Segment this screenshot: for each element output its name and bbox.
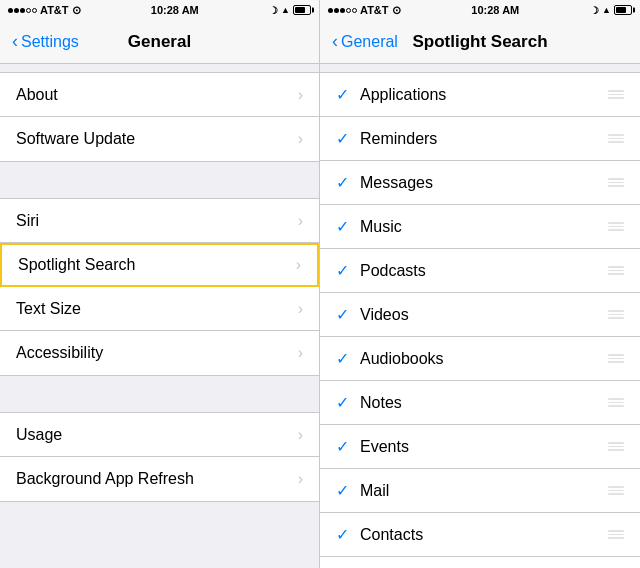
spotlight-label-podcasts: Podcasts <box>360 262 608 280</box>
checkmark-notes: ✓ <box>336 393 360 412</box>
reorder-icon-contacts[interactable] <box>608 530 624 539</box>
spotlight-row-applications[interactable]: ✓Applications <box>320 73 640 117</box>
spotlight-row-music[interactable]: ✓Music <box>320 205 640 249</box>
checkmark-mail: ✓ <box>336 481 360 500</box>
reorder-icon-notes[interactable] <box>608 398 624 407</box>
right-location-icon: ▲ <box>602 5 611 15</box>
right-signal-dot-1 <box>328 8 333 13</box>
spotlight-row-notes[interactable]: ✓Notes <box>320 381 640 425</box>
reorder-icon-events[interactable] <box>608 442 624 451</box>
reorder-line <box>608 398 624 400</box>
reorder-line <box>608 493 624 495</box>
reorder-line <box>608 229 624 231</box>
checkmark-contacts: ✓ <box>336 525 360 544</box>
spotlight-row-messages[interactable]: ✓Messages <box>320 161 640 205</box>
settings-row-accessibility[interactable]: Accessibility › <box>0 331 319 375</box>
spotlight-row-contacts[interactable]: ✓Contacts <box>320 513 640 557</box>
accessibility-label: Accessibility <box>16 344 298 362</box>
back-chevron-icon: ‹ <box>12 31 18 52</box>
right-back-label: General <box>341 33 398 51</box>
reorder-line <box>608 446 624 448</box>
moon-icon: ☽ <box>269 5 278 16</box>
signal-dot-5 <box>32 8 37 13</box>
about-label: About <box>16 86 298 104</box>
right-right-status: ☽ ▲ <box>590 5 632 16</box>
spotlight-chevron-icon: › <box>296 256 301 274</box>
spotlight-row-mail[interactable]: ✓Mail <box>320 469 640 513</box>
text-size-label: Text Size <box>16 300 298 318</box>
software-update-chevron-icon: › <box>298 130 303 148</box>
text-size-chevron-icon: › <box>298 300 303 318</box>
location-icon: ▲ <box>281 5 290 15</box>
reorder-line <box>608 138 624 140</box>
left-back-button[interactable]: ‹ Settings <box>12 31 79 52</box>
settings-row-siri[interactable]: Siri › <box>0 199 319 243</box>
reorder-line <box>608 182 624 184</box>
reorder-line <box>608 185 624 187</box>
right-nav-title: Spotlight Search <box>412 32 547 52</box>
settings-row-usage[interactable]: Usage › <box>0 413 319 457</box>
right-nav-bar: ‹ General Spotlight Search <box>320 20 640 64</box>
reorder-line <box>608 178 624 180</box>
reorder-line <box>608 310 624 312</box>
reorder-icon-music[interactable] <box>608 222 624 231</box>
settings-row-background-app-refresh[interactable]: Background App Refresh › <box>0 457 319 501</box>
spotlight-row-reminders[interactable]: ✓Reminders <box>320 117 640 161</box>
left-carrier-signal: AT&T ⊙ <box>8 4 81 17</box>
right-wifi-icon: ⊙ <box>392 4 401 17</box>
spotlight-row-voice-memos[interactable]: ✓Voice Memos <box>320 557 640 568</box>
checkmark-reminders: ✓ <box>336 129 360 148</box>
settings-row-about[interactable]: About › <box>0 73 319 117</box>
spotlight-row-podcasts[interactable]: ✓Podcasts <box>320 249 640 293</box>
siri-label: Siri <box>16 212 298 230</box>
settings-group-3: Usage › Background App Refresh › <box>0 412 319 502</box>
right-signal-dots <box>328 8 357 13</box>
reorder-line <box>608 226 624 228</box>
spotlight-row-events[interactable]: ✓Events <box>320 425 640 469</box>
reorder-line <box>608 266 624 268</box>
right-carrier-label: AT&T <box>360 4 389 16</box>
settings-row-software-update[interactable]: Software Update › <box>0 117 319 161</box>
accessibility-chevron-icon: › <box>298 344 303 362</box>
right-time: 10:28 AM <box>471 4 519 16</box>
battery-icon <box>293 5 311 15</box>
reorder-icon-audiobooks[interactable] <box>608 354 624 363</box>
top-spacer <box>0 64 319 72</box>
spotlight-row-audiobooks[interactable]: ✓Audiobooks <box>320 337 640 381</box>
spotlight-label-videos: Videos <box>360 306 608 324</box>
reorder-line <box>608 361 624 363</box>
spotlight-label-contacts: Contacts <box>360 526 608 544</box>
right-battery-fill <box>616 7 626 13</box>
spotlight-label-mail: Mail <box>360 482 608 500</box>
signal-dot-3 <box>20 8 25 13</box>
checkmark-audiobooks: ✓ <box>336 349 360 368</box>
reorder-icon-messages[interactable] <box>608 178 624 187</box>
left-nav-title: General <box>128 32 191 52</box>
reorder-icon-videos[interactable] <box>608 310 624 319</box>
settings-group-1: About › Software Update › <box>0 72 319 162</box>
reorder-icon-applications[interactable] <box>608 90 624 99</box>
left-time: 10:28 AM <box>151 4 199 16</box>
settings-row-spotlight-search[interactable]: Spotlight Search › <box>0 243 319 287</box>
left-carrier-label: AT&T <box>40 4 69 16</box>
reorder-line <box>608 358 624 360</box>
section-separator-2 <box>0 376 319 412</box>
left-panel: AT&T ⊙ 10:28 AM ☽ ▲ ‹ Settings General A… <box>0 0 320 568</box>
reorder-icon-reminders[interactable] <box>608 134 624 143</box>
checkmark-events: ✓ <box>336 437 360 456</box>
reorder-line <box>608 530 624 532</box>
right-back-button[interactable]: ‹ General <box>332 31 398 52</box>
settings-row-text-size[interactable]: Text Size › <box>0 287 319 331</box>
reorder-line <box>608 490 624 492</box>
reorder-line <box>608 97 624 99</box>
checkmark-messages: ✓ <box>336 173 360 192</box>
reorder-line <box>608 317 624 319</box>
spotlight-label-audiobooks: Audiobooks <box>360 350 608 368</box>
spotlight-row-videos[interactable]: ✓Videos <box>320 293 640 337</box>
reorder-line <box>608 222 624 224</box>
right-signal-dot-4 <box>346 8 351 13</box>
section-separator-1 <box>0 162 319 198</box>
reorder-icon-mail[interactable] <box>608 486 624 495</box>
reorder-icon-podcasts[interactable] <box>608 266 624 275</box>
reorder-line <box>608 442 624 444</box>
